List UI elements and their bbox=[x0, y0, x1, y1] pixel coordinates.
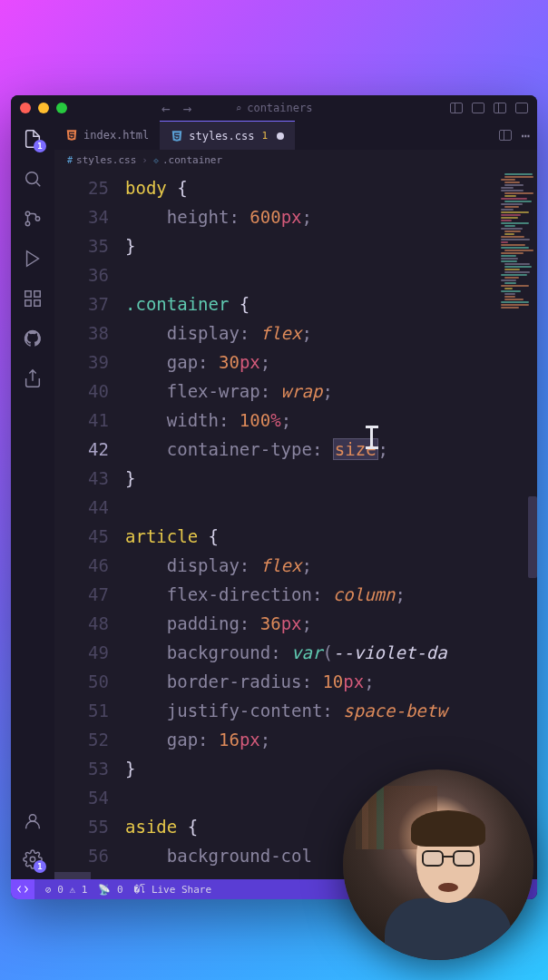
nav-arrows: ← → bbox=[161, 100, 191, 117]
maximize-window-button[interactable] bbox=[56, 103, 67, 113]
more-actions-icon[interactable]: ⋯ bbox=[521, 127, 530, 144]
share-icon[interactable] bbox=[22, 368, 44, 389]
breadcrumb[interactable]: # styles.css › ⟐ .container bbox=[54, 150, 537, 170]
breadcrumb-symbol: .container bbox=[162, 154, 222, 166]
account-icon[interactable] bbox=[22, 810, 44, 832]
editor-tabs: index.html styles.css 1 ⋯ bbox=[54, 121, 537, 150]
svg-point-3 bbox=[35, 217, 39, 220]
css-file-icon: # bbox=[67, 155, 73, 165]
nav-forward-icon[interactable]: → bbox=[183, 100, 192, 117]
chevron-right-icon: › bbox=[142, 154, 148, 166]
panel-right-icon[interactable] bbox=[494, 103, 506, 113]
live-share-button[interactable]: �โ Live Share bbox=[134, 881, 211, 897]
split-editor-icon[interactable] bbox=[499, 130, 512, 141]
search-activity-icon[interactable] bbox=[22, 168, 44, 190]
ports-indicator[interactable]: 📡 0 bbox=[98, 884, 122, 896]
horizontal-scrollbar[interactable] bbox=[54, 872, 91, 879]
github-icon[interactable] bbox=[22, 328, 44, 349]
svg-rect-5 bbox=[34, 291, 40, 297]
html-file-icon bbox=[65, 129, 78, 142]
svg-point-2 bbox=[25, 221, 29, 225]
main-area: 1 bbox=[11, 121, 537, 879]
command-search[interactable]: ⌕ containers bbox=[236, 102, 313, 114]
settings-badge: 1 bbox=[34, 860, 46, 873]
svg-point-8 bbox=[29, 815, 35, 821]
code-content[interactable]: body { height: 600px;} .container { disp… bbox=[125, 170, 537, 879]
problems-indicator[interactable]: ⊘ 0 ⚠ 1 bbox=[45, 884, 87, 896]
svg-rect-7 bbox=[34, 300, 40, 306]
vertical-scrollbar[interactable] bbox=[528, 496, 537, 578]
css-file-icon bbox=[171, 130, 183, 142]
tab-styles-css[interactable]: styles.css 1 bbox=[160, 121, 295, 150]
editor-area: index.html styles.css 1 ⋯ # styles.cs bbox=[54, 121, 537, 879]
titlebar: ← → ⌕ containers bbox=[11, 95, 537, 121]
traffic-lights bbox=[20, 103, 67, 113]
panel-left-icon[interactable] bbox=[450, 103, 463, 113]
line-numbers: 2534353637383940414243444546474849505152… bbox=[54, 170, 125, 879]
layout-controls bbox=[450, 103, 528, 113]
minimize-window-button[interactable] bbox=[38, 103, 49, 113]
svg-point-0 bbox=[26, 172, 38, 184]
nav-back-icon[interactable]: ← bbox=[161, 100, 171, 117]
symbol-icon: ⟐ bbox=[153, 155, 159, 165]
svg-rect-4 bbox=[25, 291, 31, 297]
breadcrumb-file: styles.css bbox=[76, 154, 136, 166]
unsaved-dot-icon bbox=[277, 132, 284, 140]
svg-point-9 bbox=[30, 857, 35, 862]
tab-modified-count: 1 bbox=[262, 130, 269, 142]
layout-customize-icon[interactable] bbox=[515, 103, 528, 113]
search-icon: ⌕ bbox=[236, 103, 242, 114]
close-window-button[interactable] bbox=[20, 103, 31, 113]
extensions-icon[interactable] bbox=[22, 288, 44, 309]
tab-label: index.html bbox=[83, 129, 149, 142]
webcam-overlay bbox=[343, 769, 533, 960]
minimap[interactable] bbox=[501, 173, 533, 337]
tab-label: styles.css bbox=[189, 130, 254, 142]
source-control-icon[interactable] bbox=[22, 208, 44, 230]
activity-bar: 1 bbox=[11, 121, 54, 879]
explorer-icon[interactable]: 1 bbox=[22, 128, 44, 150]
explorer-badge: 1 bbox=[34, 140, 46, 152]
svg-point-1 bbox=[25, 211, 29, 215]
search-placeholder: containers bbox=[247, 102, 312, 114]
tab-index-html[interactable]: index.html bbox=[54, 121, 160, 150]
svg-rect-6 bbox=[25, 300, 31, 306]
run-debug-icon[interactable] bbox=[22, 248, 44, 270]
panel-bottom-icon[interactable] bbox=[472, 103, 484, 113]
settings-icon[interactable]: 1 bbox=[22, 848, 44, 870]
remote-indicator[interactable] bbox=[11, 879, 34, 899]
